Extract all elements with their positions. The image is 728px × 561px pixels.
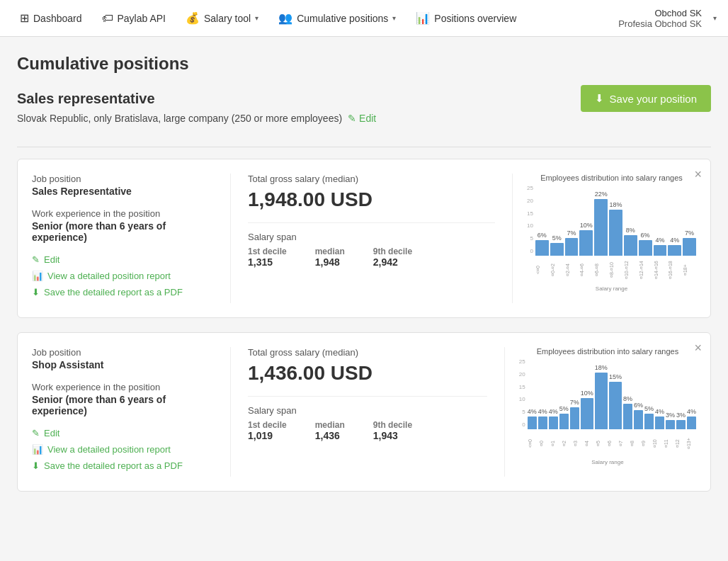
chart-pct-label: 8%: [623, 395, 632, 402]
chart-x-label: ¤11: [664, 431, 673, 456]
chart-bar-col: 3%: [666, 412, 675, 429]
salary-label: Total gross salary (median): [248, 174, 495, 184]
nav-salary-tool[interactable]: 💰 Salary tool ▾: [177, 7, 267, 29]
chart-bar-col: 5%: [644, 405, 654, 429]
chart-bar-col: 10%: [581, 390, 593, 429]
chart-x-label: ¤10-¤12: [624, 257, 637, 283]
nav-salary-label: Salary tool: [204, 13, 251, 24]
chart-pct-label: 15%: [609, 373, 622, 380]
card-report-link[interactable]: 📊 View a detailed position report: [32, 444, 216, 455]
chart-bar: [581, 398, 593, 429]
chart-pct-label: 4%: [528, 408, 537, 415]
pdf-icon: ⬇: [32, 287, 40, 298]
chart-x-label: ¤4-¤6: [579, 257, 593, 283]
median-label: median: [315, 420, 345, 430]
account-caret: ▾: [713, 14, 717, 22]
chart-bar: [559, 414, 569, 429]
chart-x-label: <¤0: [535, 257, 549, 283]
chart-pct-label: 4%: [655, 408, 664, 415]
chart-bar-col: 4%: [655, 408, 664, 429]
position-meta: Slovak Republic, only Bratislava, large …: [17, 113, 711, 124]
salary-amount: 1,948.00 USD: [248, 188, 495, 211]
card-body: Job position Shop Assistant Work experie…: [32, 347, 696, 477]
nav-paylab-api[interactable]: 🏷 Paylab API: [93, 8, 175, 29]
card-report-label: View a detailed position report: [47, 444, 171, 455]
chart-bar: [654, 245, 667, 256]
chart-pct-label: 7%: [685, 230, 694, 237]
chart-bar-col: 7%: [570, 399, 579, 429]
chart-bar: [570, 407, 579, 429]
save-btn-label: Save your position: [610, 93, 697, 105]
median-value: 1,436: [315, 430, 345, 441]
chart-x-label: ¤9: [641, 431, 651, 456]
chart-x-label: ¤5: [596, 431, 605, 456]
median-label: median: [315, 246, 345, 256]
decile1-value: 1,019: [248, 430, 287, 441]
position-header: ⬇ Save your position Sales representativ…: [17, 91, 711, 135]
chart-x-label: ¤18+: [683, 257, 696, 283]
nav-dashboard[interactable]: ⊞ Dashboard: [11, 7, 91, 29]
chart-main: 4% 4% 4% 5% 7% 10%: [528, 358, 696, 456]
chart-bar-col: 18%: [595, 364, 608, 429]
card-pdf-link[interactable]: ⬇ Save the detailed report as a PDF: [32, 460, 216, 471]
chart-x-labels: <¤0 ¤0 ¤1 ¤2 ¤3 ¤4 ¤5 ¤6 ¤7 ¤8 ¤9 ¤10 ¤1…: [528, 431, 696, 456]
chart-x-label: ¤2: [562, 431, 571, 456]
chart-title: Employees distribution into salary range…: [519, 347, 696, 356]
report-icon: 📊: [32, 271, 43, 281]
chart-pct-label: 6%: [641, 232, 650, 239]
chart-bar: [528, 416, 537, 429]
position-edit-label: Edit: [359, 113, 376, 124]
divider: [17, 147, 711, 147]
card-report-link[interactable]: 📊 View a detailed position report: [32, 271, 216, 281]
salary-tool-caret: ▾: [255, 14, 258, 22]
position-edit-link[interactable]: ✎ Edit: [348, 113, 376, 124]
work-exp-label: Work experience in the position: [32, 208, 216, 219]
chart-bar-col: 22%: [594, 191, 608, 256]
chart-x-labels: <¤0 ¤0-¤2 ¤2-¤4 ¤4-¤6 ¤6-¤8 ¤8-¤10 ¤10-¤…: [535, 257, 696, 283]
salary-tool-icon: 💰: [186, 11, 200, 25]
card-close-button[interactable]: ×: [694, 168, 702, 181]
chart-x-label: ¤1: [550, 431, 560, 456]
chart-bars: 6% 5% 7% 10% 22% 18%: [535, 185, 696, 256]
chart-bar-col: 5%: [559, 405, 569, 429]
account-sub: Profesia Obchod SK: [618, 18, 702, 29]
nav-positions-overview[interactable]: 📊 Positions overview: [407, 7, 525, 29]
nav-dashboard-label: Dashboard: [33, 13, 82, 24]
salary-amount: 1,436.00 USD: [248, 362, 487, 385]
nav-positions-label: Positions overview: [434, 13, 516, 24]
chart-x-label: ¤0: [539, 431, 549, 456]
salary-span-cols: 1st decile 1,315 median 1,948 9th decile…: [248, 246, 495, 268]
nav-cumulative-positions[interactable]: 👥 Cumulative positions ▾: [270, 7, 404, 29]
chart-x-label: ¤7: [618, 431, 628, 456]
y-axis: 25 20 15 10 5 0: [519, 358, 525, 429]
position-meta-text: Slovak Republic, only Bratislava, large …: [17, 113, 342, 124]
decile9-value: 2,942: [373, 256, 412, 268]
account-menu[interactable]: Obchod SK Profesia Obchod SK: [613, 5, 707, 32]
card-left: Job position Shop Assistant Work experie…: [32, 347, 230, 477]
salary-span-label: Salary span: [248, 405, 487, 416]
report-icon: 📊: [32, 444, 43, 455]
card-pdf-link[interactable]: ⬇ Save the detailed report as a PDF: [32, 287, 216, 298]
chart-bars: 4% 4% 4% 5% 7% 10%: [528, 358, 696, 429]
chart-bar-col: 4%: [668, 237, 681, 256]
save-position-button[interactable]: ⬇ Save your position: [581, 85, 711, 112]
chart-bar-col: 4%: [654, 237, 667, 256]
edit-icon: ✎: [32, 428, 40, 438]
salary-label: Total gross salary (median): [248, 347, 487, 358]
edit-icon: ✎: [348, 113, 356, 124]
chart-x-label: <¤0: [528, 431, 538, 456]
card-close-button[interactable]: ×: [694, 341, 702, 354]
chart-bar-col: 3%: [676, 412, 686, 429]
chart-pct-label: 4%: [655, 237, 664, 244]
card-pdf-label: Save the detailed report as a PDF: [44, 287, 183, 298]
chart-pct-label: 8%: [626, 227, 635, 234]
chart-bar: [683, 238, 696, 256]
chart-bar-col: 8%: [624, 227, 637, 256]
chart-bar: [609, 382, 622, 429]
card-edit-link[interactable]: ✎ Edit: [32, 254, 216, 265]
y-axis: 25 20 15 10 5 0: [527, 185, 533, 256]
chart-bar-col: 4%: [538, 408, 547, 429]
card-edit-link[interactable]: ✎ Edit: [32, 428, 216, 438]
card-edit-label: Edit: [44, 254, 59, 265]
card-right: Employees distribution into salary range…: [504, 347, 696, 477]
